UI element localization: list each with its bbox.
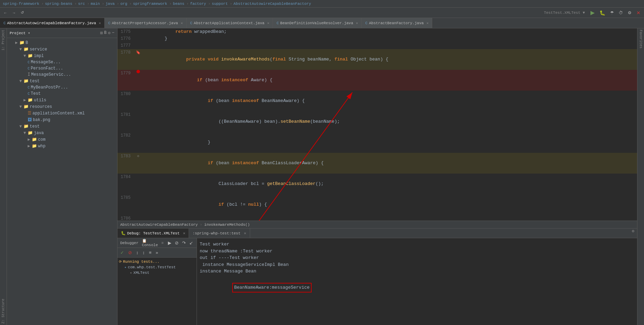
- tree-item-resources[interactable]: ▼ 📁 resources: [7, 103, 117, 110]
- breakpoint-icon[interactable]: [136, 70, 140, 73]
- tab-abstract-property[interactable]: C AbstractPropertyAccessor.java ✕: [105, 18, 187, 28]
- breadcrumb-spring-beans[interactable]: spring-beans: [45, 2, 72, 6]
- tree-item-java-folder[interactable]: ▼ 📁 java: [7, 130, 117, 136]
- debug-panel: 🐛 Debug: TestTest.XMLTest ✕ :spring-whp-…: [117, 228, 637, 325]
- run-button[interactable]: ▶: [588, 9, 597, 17]
- breadcrumb-factory[interactable]: factory: [190, 2, 206, 6]
- tab-close-icon[interactable]: ✕: [267, 21, 269, 25]
- test-item-running[interactable]: ⟳ Running tests...: [119, 259, 195, 264]
- debug-tab-close[interactable]: ✕: [183, 231, 186, 235]
- tree-item-personfact[interactable]: C PersonFact...: [7, 65, 117, 72]
- xml-icon: ☰: [28, 111, 31, 116]
- tree-item-messagese[interactable]: C MessageSe...: [7, 59, 117, 65]
- tree-item-whp[interactable]: ▶ 📁 whp: [7, 143, 117, 149]
- tree-item-messageservic[interactable]: I MessageServic...: [7, 72, 117, 78]
- test-xml-label: XMLTest: [133, 271, 149, 275]
- console-output: Test worker now threadName :Test worker …: [197, 238, 637, 325]
- test-class-icon: ✦: [124, 265, 126, 269]
- debug-step-over-button[interactable]: ↷: [181, 240, 187, 246]
- main-layout: 1: Project Z: Structure Project ▾ ⊞ B ⚙ …: [0, 28, 644, 325]
- sidebar-sync-icon[interactable]: B: [104, 30, 106, 36]
- debug-resume-button[interactable]: ▶: [167, 240, 173, 246]
- tree-item-test-java[interactable]: C Test: [7, 91, 117, 97]
- tree-item-utils[interactable]: ▶ 📁 utils: [7, 97, 117, 103]
- cancel-button[interactable]: ⊘: [127, 249, 133, 256]
- sidebar-external-icon[interactable]: ⊞: [100, 30, 103, 36]
- tree-label: appliationContent.xml: [32, 111, 85, 116]
- settings-button[interactable]: ⚙: [626, 10, 634, 16]
- debug-tab-main[interactable]: 🐛 Debug: TestTest.XMLTest ✕: [117, 229, 189, 238]
- tree-label: B: [26, 40, 28, 45]
- tree-arrow: ▼: [19, 104, 23, 109]
- tree-item-test2[interactable]: ▼ 📁 test: [7, 123, 117, 130]
- tree-item-png[interactable]: 🖼 bak.png: [7, 117, 117, 123]
- tree-label: resources: [30, 104, 52, 109]
- breadcrumb-main[interactable]: main: [91, 2, 100, 6]
- tab-close-icon[interactable]: ✕: [426, 21, 428, 25]
- console-label[interactable]: 📋 Console: [141, 239, 159, 247]
- coverage-button[interactable]: ☂: [608, 10, 616, 16]
- tree-item-xml[interactable]: ☰ appliationContent.xml: [7, 110, 117, 117]
- tab-abstract-bean[interactable]: C AbstractBeanFactory.java ✕: [362, 18, 432, 28]
- breadcrumb-support[interactable]: support: [212, 2, 228, 6]
- breadcrumb-class[interactable]: AbstractAutowireCapableBeanFactory: [234, 2, 311, 6]
- debug-tab-spring-label: :spring-whp-test:test ✕: [192, 231, 246, 235]
- tab-close-icon[interactable]: ✕: [356, 21, 358, 25]
- refresh-button[interactable]: ↺: [19, 10, 26, 16]
- sort-button[interactable]: ↕: [135, 249, 140, 256]
- tree-label: impl: [34, 54, 44, 58]
- tree-label: test: [30, 124, 40, 129]
- debug-step-into-button[interactable]: ↙: [188, 240, 195, 246]
- debug-tab-spring-close[interactable]: ✕: [244, 231, 246, 235]
- tree-item-impl[interactable]: ▼ 📁 impl: [7, 53, 117, 59]
- tree-item-mybean[interactable]: C MyBeanPostPr...: [7, 84, 117, 91]
- test-item-xmltest[interactable]: ✦ XMLTest: [119, 270, 195, 276]
- output-label[interactable]: ≡: [160, 241, 165, 245]
- tree-item-service[interactable]: ▼ 📁 service: [7, 46, 117, 53]
- breadcrumb-springframework[interactable]: springframework: [133, 2, 167, 6]
- breadcrumb-java[interactable]: java: [106, 2, 115, 6]
- tab-abstract-autowire[interactable]: C AbstractAutowireCapableBeanFactory.jav…: [0, 18, 105, 28]
- test-item-class[interactable]: ✦ com.whp.test.TestTest: [119, 264, 195, 270]
- tree-label: utils: [34, 98, 46, 103]
- code-line-1782: 1782 }: [117, 132, 637, 153]
- code-container[interactable]: 1775 return wrappedBean; 1776 } 1777: [117, 28, 637, 221]
- align-button[interactable]: ≡: [148, 249, 153, 256]
- tree-item-test-folder[interactable]: ▼ 📁 test: [7, 78, 117, 84]
- code-line-1776: 1776 }: [117, 35, 637, 42]
- debug-button[interactable]: 🐛: [597, 9, 607, 16]
- tree-item-b[interactable]: ▶ 📁 B: [7, 39, 117, 46]
- code-line-1778: 1778 🔖 private void invokeAwareMethods(f…: [117, 49, 637, 70]
- structure-strip-label[interactable]: Z: Structure: [1, 299, 5, 324]
- more2-button[interactable]: »: [154, 249, 160, 256]
- breadcrumb-src[interactable]: src: [78, 2, 85, 6]
- project-strip-label[interactable]: 1: Project: [1, 30, 5, 50]
- breadcrumb-beans[interactable]: beans: [173, 2, 184, 6]
- debug-icon: 🐛: [121, 231, 126, 235]
- tree-item-com[interactable]: ▶ 📁 com: [7, 136, 117, 143]
- tab-bean-definition[interactable]: C BeanDefinitionValueResolver.java ✕: [273, 18, 362, 28]
- sidebar-minimize-icon[interactable]: −: [112, 30, 114, 36]
- favorites-label[interactable]: Favorites: [639, 28, 643, 48]
- sidebar-gear-icon[interactable]: ⚙: [108, 30, 111, 36]
- line-number: 1782: [117, 132, 135, 139]
- close-window-button[interactable]: ✕: [634, 9, 643, 16]
- tab-abstract-application[interactable]: C AbstractApplicationContext.java ✕: [187, 18, 273, 28]
- forward-button[interactable]: →: [10, 10, 18, 16]
- debug-settings-icon[interactable]: ⚙: [629, 229, 637, 238]
- java-icon: C: [28, 92, 30, 96]
- line-content: if (bean instanceof BeanNameAware) {: [142, 91, 637, 111]
- tab-close-icon[interactable]: ✕: [99, 21, 101, 25]
- check-button[interactable]: ✓: [119, 249, 125, 256]
- profile-button[interactable]: ⏱: [617, 10, 625, 16]
- breadcrumb-org[interactable]: org: [121, 2, 127, 6]
- line-number: 1781: [117, 111, 135, 118]
- breadcrumb-spring-framework[interactable]: spring-framework: [3, 2, 39, 6]
- breadcrumb-class-name: AbstractAutowireCapableBeanFactory: [120, 223, 198, 227]
- tab-close-icon[interactable]: ✕: [181, 21, 183, 25]
- line-content: if (bean instanceof Aware) {: [142, 70, 637, 91]
- debug-tab-spring[interactable]: :spring-whp-test:test ✕: [189, 229, 250, 238]
- debug-pause-button[interactable]: ⊘: [173, 240, 180, 246]
- sort2-button[interactable]: ↕: [141, 249, 146, 256]
- back-button[interactable]: ←: [1, 10, 9, 16]
